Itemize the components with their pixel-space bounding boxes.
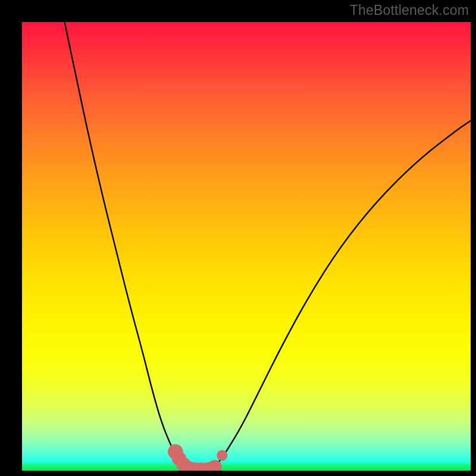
plot-area (22, 22, 471, 471)
chart-frame: TheBottleneck.com (0, 0, 476, 476)
valley-marker (217, 450, 227, 461)
watermark-text: TheBottleneck.com (350, 2, 469, 18)
chart-svg (22, 22, 471, 471)
curve-right-curve (211, 121, 471, 471)
curve-left-curve (65, 22, 188, 471)
